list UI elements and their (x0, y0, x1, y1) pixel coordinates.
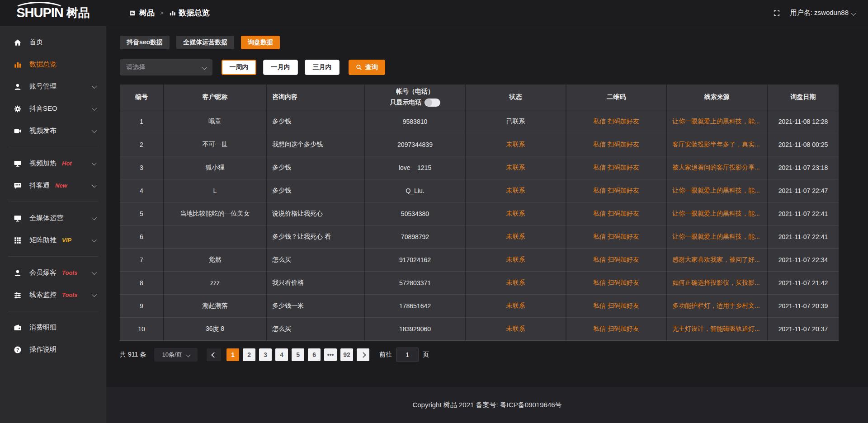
grid-icon (14, 236, 23, 244)
prev-page-button[interactable] (207, 348, 221, 361)
page-button-5[interactable]: 5 (292, 348, 304, 361)
source-link[interactable]: 被大家追着问的客厅投影分享... (667, 156, 768, 179)
page-button-3[interactable]: 3 (259, 348, 272, 361)
range-month-button[interactable]: 一月内 (263, 60, 298, 75)
search-button[interactable]: 查询 (349, 60, 385, 75)
sidebar-item-data-overview[interactable]: 数据总览 (0, 53, 106, 75)
sidebar-item-video-heat[interactable]: 视频加热 Hot (0, 152, 106, 174)
search-label: 查询 (365, 63, 378, 71)
page-button-92[interactable]: 92 (340, 348, 353, 361)
filter-bar: 请选择 一周内 一月内 三月内 查询 (120, 59, 839, 75)
page-size-value: 10条/页 (162, 351, 182, 359)
sidebar-item-account-mgmt[interactable]: 账号管理 (0, 75, 106, 98)
source-link[interactable]: 让你一眼就爱上的黑科技，能... (667, 202, 768, 226)
fullscreen-icon[interactable] (773, 9, 780, 17)
source-link[interactable]: 客厅安装投影半年多了，真实... (667, 133, 768, 156)
table-row: 6 多少钱？让我死心 看 70898792 未联系 私信 扫码加好友 让你一眼就… (120, 226, 839, 249)
source-link[interactable]: 无主灯设计，智能磁吸轨道灯... (667, 318, 768, 341)
sidebar-item-matrix-boost[interactable]: 矩阵助推 VIP (0, 229, 106, 251)
qrcode-link[interactable]: 私信 扫码加好友 (566, 156, 667, 179)
tools-badge: Tools (62, 269, 77, 276)
chevron-down-icon (186, 352, 190, 357)
user-icon (14, 83, 23, 91)
user-menu[interactable]: 用户名: zswodun88 (790, 9, 855, 17)
qrcode-link[interactable]: 私信 扫码加好友 (566, 249, 667, 272)
source-link[interactable]: 如何正确选择投影仪，买投影... (667, 272, 768, 295)
cell-date: 2021-11-08 00:25 (768, 133, 839, 156)
cell-date: 2021-11-07 23:18 (768, 156, 839, 179)
sidebar-item-home[interactable]: 首页 (0, 31, 106, 53)
divider (8, 202, 98, 202)
next-page-button[interactable] (357, 348, 369, 361)
sidebar-item-consumption-detail[interactable]: 消费明细 (0, 316, 106, 338)
goto-page-input[interactable] (396, 348, 419, 362)
sidebar-item-label: 视频加热 (29, 159, 57, 168)
qrcode-link[interactable]: 私信 扫码加好友 (566, 110, 667, 133)
tab-douyin-seo-data[interactable]: 抖音seo数据 (120, 36, 170, 49)
goto-suffix: 页 (423, 351, 429, 359)
page-ellipsis[interactable]: ••• (324, 348, 337, 361)
status-badge: 未联系 (466, 226, 566, 249)
question-icon: ? (14, 346, 23, 354)
cell-date: 2021-11-07 21:42 (768, 272, 839, 295)
cell-num: 2 (120, 133, 164, 156)
divider (8, 311, 98, 311)
page-button-2[interactable]: 2 (243, 348, 255, 361)
source-link[interactable]: 感谢大家喜欢我家，被问了好... (667, 249, 768, 272)
username: 用户名: zswodun88 (790, 9, 849, 17)
bar-chart-icon (169, 9, 176, 16)
header-num: 编号 (120, 85, 164, 110)
header-source: 线索来源 (667, 85, 768, 110)
qrcode-link[interactable]: 私信 扫码加好友 (566, 226, 667, 249)
page-size-select[interactable]: 10条/页 (154, 348, 198, 362)
source-link[interactable]: 多功能护栏灯，适用于乡村文... (667, 295, 768, 318)
vip-badge: VIP (62, 237, 71, 244)
phone-only-toggle[interactable] (425, 99, 440, 107)
svg-text:?: ? (16, 347, 19, 352)
sidebar-item-media-ops[interactable]: 全媒体运营 (0, 207, 106, 229)
tab-media-ops-data[interactable]: 全媒体运营数据 (176, 36, 234, 49)
source-link[interactable]: 让你一眼就爱上的黑科技，能... (667, 226, 768, 249)
cell-content: 说说价格让我死心 (267, 202, 365, 226)
account-select[interactable]: 请选择 (120, 59, 212, 75)
cell-nickname: 狐小狸 (164, 156, 267, 179)
cell-account: 70898792 (365, 226, 466, 249)
tab-inquiry-data[interactable]: 询盘数据 (241, 36, 280, 49)
source-link[interactable]: 让你一眼就爱上的黑科技，能... (667, 110, 768, 133)
sidebar-item-member-burst[interactable]: 会员爆客 Tools (0, 262, 106, 284)
page-button-1[interactable]: 1 (226, 348, 239, 361)
cell-nickname: zzz (164, 272, 267, 295)
sidebar-item-doukeTong[interactable]: 抖客通 New (0, 174, 106, 197)
cell-content: 多少钱 (267, 179, 365, 202)
source-link[interactable]: 让你一眼就爱上的黑科技，能... (667, 179, 768, 202)
table-row: 9 潮起潮落 多少钱一米 178651642 未联系 私信 扫码加好友 多功能护… (120, 295, 839, 318)
cell-content: 怎么买 (267, 249, 365, 272)
range-quarter-button[interactable]: 三月内 (305, 60, 340, 75)
page-button-4[interactable]: 4 (275, 348, 288, 361)
qrcode-link[interactable]: 私信 扫码加好友 (566, 133, 667, 156)
sidebar-item-label: 首页 (29, 38, 43, 47)
table-row: 10 36度 8 怎么买 183929060 未联系 私信 扫码加好友 无主灯设… (120, 318, 839, 341)
qrcode-link[interactable]: 私信 扫码加好友 (566, 202, 667, 226)
qrcode-link[interactable]: 私信 扫码加好友 (566, 318, 667, 341)
header-account: 帐号（电话） 只显示电话 (365, 85, 466, 110)
table-row: 2 不可一世 我想问这个多少钱 2097344839 未联系 私信 扫码加好友 … (120, 133, 839, 156)
qrcode-link[interactable]: 私信 扫码加好友 (566, 272, 667, 295)
qrcode-link[interactable]: 私信 扫码加好友 (566, 179, 667, 202)
sidebar-item-douyin-seo[interactable]: 抖音SEO (0, 98, 106, 120)
qrcode-link[interactable]: 私信 扫码加好友 (566, 295, 667, 318)
breadcrumb-root[interactable]: 树品 (139, 8, 155, 18)
range-week-button[interactable]: 一周内 (222, 60, 256, 75)
sidebar-item-help[interactable]: ? 操作说明 (0, 338, 106, 361)
chevron-down-icon (92, 291, 97, 296)
sidebar-item-video-publish[interactable]: 视频发布 (0, 120, 106, 142)
sidebar-item-lead-monitor[interactable]: 线索监控 Tools (0, 284, 106, 306)
cell-account: love__1215 (365, 156, 466, 179)
chat-icon (14, 182, 23, 190)
table-header-row: 编号 客户昵称 咨询内容 帐号（电话） 只显示电话 状态 二维码 线索来源 询盘… (120, 85, 839, 110)
cell-account: 572803371 (365, 272, 466, 295)
table-row: 7 觉然 怎么买 917024162 未联系 私信 扫码加好友 感谢大家喜欢我家… (120, 249, 839, 272)
page-button-6[interactable]: 6 (308, 348, 321, 361)
cell-content: 我想问这个多少钱 (267, 133, 365, 156)
table-row: 4 L 多少钱 Q_Liu. 未联系 私信 扫码加好友 让你一眼就爱上的黑科技，… (120, 179, 839, 202)
